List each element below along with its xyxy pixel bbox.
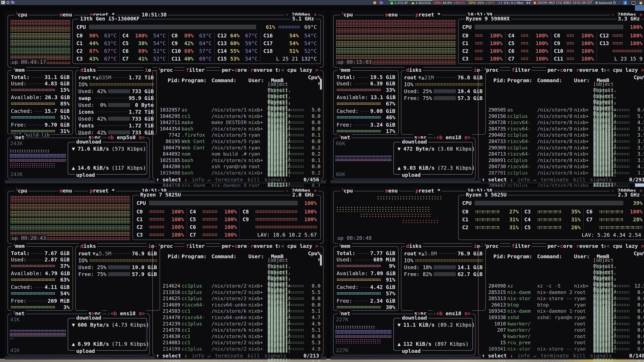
process-row[interactable]: 290505 as /nix/store/9n1kg164 nixb+ [obj… (480, 81, 644, 88)
tab-cpu[interactable]: 1cpu (14, 188, 29, 194)
disk-module[interactable]: 1.1T/1.8T (388, 0, 410, 5)
process-row[interactable]: 1032957 as /nix/store/1d1iak5n nixb+ [ob… (154, 81, 322, 88)
process-row[interactable]: 1046295 cc1 /nix/store/k14gjkxn nixb+ [o… (154, 88, 322, 94)
process-row[interactable]: 214199 cc1plus /nix/store/2vwipws2 nixb+… (154, 320, 322, 327)
menu-button[interactable]: menu (58, 12, 74, 18)
info-action[interactable]: info ↵ (192, 352, 210, 359)
process-row[interactable]: 212698 cc1plus /nix/store/2vwipws2 nixb+… (154, 339, 322, 346)
process-row[interactable]: 169343 nix-daem nix-daemon 169341 root [… (480, 282, 644, 289)
preset-button[interactable]: preset * (414, 12, 442, 18)
select-action[interactable]: ↑ select ↓ (156, 176, 188, 182)
info-action[interactable]: info ↵ (518, 176, 536, 182)
volume-module[interactable] (525, 0, 532, 5)
process-row[interactable]: 1 systemd /run/current-system root [obje… (480, 339, 644, 346)
process-row[interactable]: 214583 cc1 /nix/store/k14gjkxn nixb+ [ob… (154, 282, 322, 289)
process-row[interactable]: 721 qemu-ga /nix/store/clz7ryz5 root [ob… (480, 333, 644, 339)
sort-selector[interactable]: < cpu lazy > (605, 67, 644, 73)
select-action[interactable]: ↑ select ↓ (156, 352, 188, 359)
process-row[interactable]: 9 kworker/ root [object Object],[object … (480, 308, 644, 314)
process-row[interactable]: 284733 riscv64- /nix/store/89225k9x nixb… (480, 113, 644, 119)
process-row[interactable]: 290156 cc1plus /nix/store/02cs0d7s nixb+… (480, 88, 644, 94)
process-row[interactable]: 844200 ssh ssh ryan@ruby -x -i root [obj… (154, 138, 322, 144)
process-row[interactable]: 290092 cc1plus /nix/store/02cs0d7s nixb+… (480, 170, 644, 176)
process-row[interactable]: 1042324 make make DESTDIR= RPATH nixb+ [… (154, 163, 322, 170)
folder-icon[interactable] (11, 1, 14, 4)
signals-action[interactable]: signals (590, 352, 612, 359)
process-row[interactable]: 1019488 bash /nix/store/xfb3ykw9 nixb+ [… (154, 144, 322, 151)
menu-button[interactable]: menu (384, 188, 399, 194)
process-row[interactable]: 169338 sshd sshd: ryan@notty ryan [objec… (480, 289, 644, 295)
reverse-button[interactable]: reverse (575, 67, 600, 73)
process-row[interactable]: 26613 btop btop ryan [object Object],[ob… (480, 276, 644, 283)
terminate-action[interactable]: terminate (215, 176, 243, 182)
io-mode-button[interactable]: io (144, 67, 152, 73)
filter-button[interactable]: filter (510, 67, 532, 73)
process-row[interactable]: 211816 cc1plus /nix/store/2vwipws2 nixb+… (154, 264, 322, 270)
process-row[interactable]: 284735 riscv64- /nix/store/89225k9x nixb… (480, 100, 644, 107)
display-tray-module[interactable] (629, 0, 638, 5)
firefox-launcher[interactable] (372, 0, 378, 5)
menu-button[interactable]: menu (58, 188, 74, 194)
process-row[interactable]: 7742 .firefox /nix/store/51dxgra3 ryan [… (154, 106, 322, 113)
kill-action[interactable]: kill (573, 352, 586, 359)
kill-action[interactable]: kill (573, 176, 586, 182)
process-row[interactable]: 284713 riscv64- /nix/store/89225k9x nixb… (480, 126, 644, 132)
process-row[interactable]: 844092 nom nom build .#nixosCo ryan [obj… (154, 126, 322, 132)
terminal-icon[interactable]: >_ (1, 1, 5, 4)
process-row[interactable]: 284734 riscv64- /nix/store/89225k9x nixb… (480, 151, 644, 157)
process-header-row[interactable]: Pid: Program: Command: User: MemB Cpu% ↑ (480, 74, 644, 81)
process-row[interactable]: 214630 cc1 /nix/store/k14gjkxn nixb+ [ob… (154, 308, 322, 314)
process-scrollbar[interactable] (320, 255, 322, 266)
kill-action[interactable]: kill (247, 176, 260, 182)
process-row[interactable]: 15 rcu_pree root [object Object],[object… (480, 314, 644, 320)
process-row[interactable]: 844118 nix-daem nix-daemon 844104 root [… (154, 157, 322, 163)
signals-action[interactable]: signals (264, 176, 286, 182)
gpu-module[interactable]: GPU: 01%+29°C (467, 0, 496, 5)
process-row[interactable]: 287791 cc1plus /nix/store/02cs0d7s nixb+… (480, 144, 644, 151)
filter-button[interactable]: filter (185, 67, 206, 73)
clock-module[interactable]: 2023年 06月 17日 星期六 10:51:36 CST (532, 0, 594, 5)
process-row[interactable]: 214609 riscv64- riscv64-unknown-lin nixb… (154, 276, 322, 283)
process-row[interactable]: 290369 cc1plus /nix/store/02cs0d7s nixb+… (480, 119, 644, 126)
process-row[interactable]: 1025185 bash /nix/store/xfb3ykw9 nixb+ [… (154, 132, 322, 138)
process-row[interactable]: 214580 cc1plus /nix/store/2vwipws2 nixb+… (154, 333, 322, 339)
preset-button[interactable]: preset * (88, 188, 116, 194)
terminate-action[interactable]: terminate (540, 176, 569, 182)
sort-selector[interactable]: < cpu lazy > (280, 243, 320, 249)
process-row[interactable]: 285313 nix-stor nix-store --serve - ryan… (480, 270, 644, 276)
process-row[interactable]: 100479 Web Cont /nix/store/51dxgra3 ryan… (154, 119, 322, 126)
process-row[interactable]: 289442 cc1plus /nix/store/02cs0d7s nixb+… (480, 157, 644, 163)
process-row[interactable]: 214633 cc1plus /nix/store/2vwipws2 nixb+… (154, 327, 322, 333)
flame-tray-module[interactable] (638, 0, 644, 5)
net-interface-switcher[interactable]: <b ens18 n> (435, 134, 472, 140)
process-row[interactable]: 214624 cc1plus /nix/store/2vwipws2 nixb+… (154, 257, 322, 264)
process-row[interactable]: 284728 riscv64- /nix/store/89225k9x nixb… (480, 94, 644, 100)
per-core-button[interactable]: per-core (546, 243, 574, 249)
sort-selector[interactable]: < cpu lazy > (605, 243, 644, 249)
process-header-row[interactable]: Pid: Program: Command: User: MemB Cpu% ↑ (154, 74, 322, 81)
process-row[interactable]: 640 systemd- /nix/store/6nkzr60n syst+ [… (480, 327, 644, 333)
tab-cpu[interactable]: 1cpu (340, 12, 354, 18)
per-core-button[interactable]: per-core (220, 67, 248, 73)
process-row[interactable]: 270 jbd2/vda root [object Object],[objec… (480, 346, 644, 352)
process-header-row[interactable]: Pid: Program: Command: User: MemB Cpu% ↑ (154, 250, 322, 257)
per-core-button[interactable]: per-core (546, 67, 574, 73)
preset-button[interactable]: preset * (414, 188, 442, 194)
net-interface-switcher[interactable]: <b enp5s0 n> (106, 134, 146, 140)
process-row[interactable]: 169341 nix-stor nix-store --serve - ryan… (480, 320, 644, 327)
process-row[interactable]: 214578 cc1 /nix/store/k14gjkxn nixb+ [ob… (154, 302, 322, 308)
app-icon[interactable] (7, 1, 10, 4)
tab-cpu[interactable]: 1cpu (340, 188, 354, 194)
process-row[interactable]: 1010 kworker/ root [object Object],[obje… (480, 295, 644, 302)
process-row[interactable]: 284998 xz xz -c -5 nixb+ [object Object]… (480, 257, 644, 264)
signals-action[interactable]: signals (264, 352, 286, 359)
process-row[interactable]: 285315 nix-daem nix-daemon 285313 root [… (480, 264, 644, 270)
process-row[interactable]: 288091 cc1plus /nix/store/02cs0d7s nixb+… (480, 132, 644, 138)
filter-button[interactable]: filter (185, 243, 206, 249)
reverse-button[interactable]: reverse (249, 67, 274, 73)
reverse-button[interactable]: reverse (575, 243, 600, 249)
terminate-action[interactable]: terminate (540, 352, 569, 359)
process-row[interactable]: 284730 riscv64- /nix/store/89225k9x nixb… (480, 138, 644, 144)
process-scrollbar[interactable] (320, 79, 322, 90)
menu-button[interactable]: menu (384, 12, 399, 18)
